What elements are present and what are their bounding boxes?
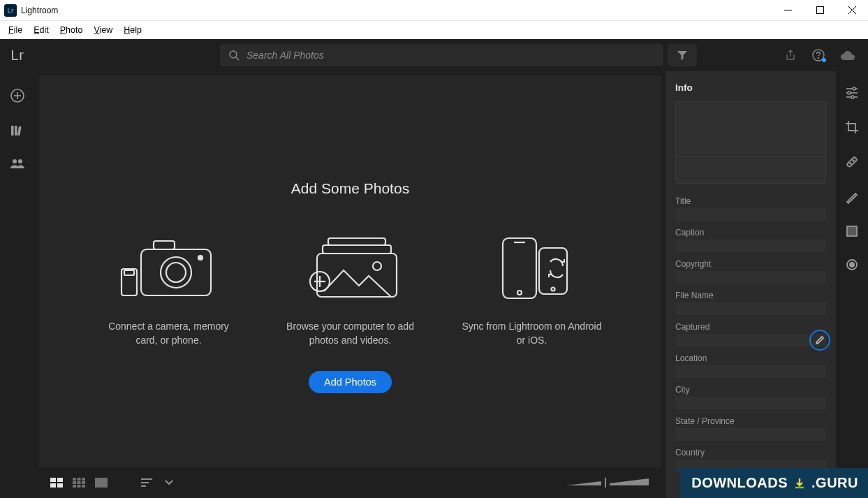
notification-dot xyxy=(822,58,826,62)
svg-line-5 xyxy=(236,57,239,60)
menu-help[interactable]: Help xyxy=(118,24,147,36)
svg-rect-65 xyxy=(848,227,856,235)
menu-photo[interactable]: Photo xyxy=(54,24,89,36)
filter-button[interactable] xyxy=(668,44,697,66)
add-photos-button[interactable]: Add Photos xyxy=(309,371,392,393)
app-topbar: Lr Search All Photos xyxy=(0,39,868,71)
thumbnail-size-slider[interactable] xyxy=(566,476,650,490)
info-preview-box xyxy=(675,101,826,184)
funnel-icon xyxy=(677,50,688,61)
window-maximize-button[interactable] xyxy=(804,0,836,21)
window-minimize-button[interactable] xyxy=(772,0,804,21)
svg-point-4 xyxy=(230,51,237,58)
single-icon xyxy=(95,478,108,488)
brush-button[interactable] xyxy=(845,190,859,207)
window-close-button[interactable] xyxy=(836,0,868,21)
field-label-city: City xyxy=(675,385,826,395)
svg-point-20 xyxy=(198,256,203,260)
svg-rect-43 xyxy=(78,481,81,484)
info-panel-title: Info xyxy=(675,82,826,93)
svg-point-63 xyxy=(853,160,854,161)
healing-button[interactable] xyxy=(845,155,859,172)
main-canvas: Add Some Photos xyxy=(39,75,661,467)
bandage-icon xyxy=(845,155,859,169)
svg-rect-37 xyxy=(50,483,56,488)
svg-rect-36 xyxy=(57,478,63,482)
info-panel: Info Title Caption Copyright File Name C… xyxy=(665,71,836,498)
help-button[interactable] xyxy=(812,49,825,61)
svg-point-67 xyxy=(850,263,854,267)
svg-rect-48 xyxy=(95,478,108,488)
menu-edit[interactable]: Edit xyxy=(28,24,54,36)
svg-rect-44 xyxy=(82,481,85,484)
radial-gradient-button[interactable] xyxy=(846,258,858,274)
field-input-captured[interactable] xyxy=(675,334,826,346)
field-input-location[interactable] xyxy=(675,365,826,378)
share-button[interactable] xyxy=(784,49,797,61)
card-sync-mobile: Sync from Lightroom on Android or iOS. xyxy=(462,225,602,347)
field-label-title: Title xyxy=(675,196,826,206)
svg-rect-12 xyxy=(15,126,17,136)
svg-rect-45 xyxy=(73,485,76,488)
library-icon xyxy=(10,124,24,137)
watermark-text-left: DOWNLOADS xyxy=(691,475,788,491)
edit-captured-button[interactable] xyxy=(809,330,830,351)
grid-small-icon xyxy=(73,478,85,488)
crop-button[interactable] xyxy=(845,120,859,137)
svg-point-34 xyxy=(551,288,554,291)
phone-sync-icon xyxy=(483,235,581,302)
svg-rect-41 xyxy=(82,478,85,481)
people-icon xyxy=(10,158,25,169)
field-input-state[interactable] xyxy=(675,428,826,441)
field-input-filename[interactable] xyxy=(675,302,826,315)
add-photos-rail-button[interactable] xyxy=(10,88,25,106)
lightroom-logo[interactable]: Lr xyxy=(0,47,35,64)
cloud-sync-button[interactable] xyxy=(840,50,855,61)
watermark-text-right: .GURU xyxy=(811,475,858,491)
svg-point-62 xyxy=(850,163,851,164)
card-caption: Browse your computer to add photos and v… xyxy=(281,320,420,347)
search-input[interactable]: Search All Photos xyxy=(220,44,663,66)
svg-rect-23 xyxy=(328,238,385,245)
library-rail-button[interactable] xyxy=(10,124,24,140)
field-label-location: Location xyxy=(675,353,826,363)
field-input-copyright[interactable] xyxy=(675,271,826,284)
download-arrow-icon xyxy=(793,477,806,490)
svg-rect-47 xyxy=(82,485,85,488)
card-caption: Connect a camera, memory card, or phone. xyxy=(99,320,239,347)
crop-icon xyxy=(845,120,859,134)
menu-file[interactable]: File xyxy=(3,24,28,36)
sort-icon xyxy=(141,478,155,488)
field-input-caption[interactable] xyxy=(675,240,826,252)
field-input-title[interactable] xyxy=(675,208,826,221)
single-view-button[interactable] xyxy=(95,478,108,488)
svg-rect-24 xyxy=(323,245,391,254)
edit-sliders-button[interactable] xyxy=(845,87,859,102)
svg-rect-61 xyxy=(846,156,858,168)
svg-rect-17 xyxy=(154,241,175,249)
app-icon: Lr xyxy=(4,4,17,17)
left-rail xyxy=(0,71,35,498)
linear-gradient-button[interactable] xyxy=(846,225,858,240)
field-label-filename: File Name xyxy=(675,291,826,300)
camera-icon xyxy=(120,235,218,302)
svg-rect-11 xyxy=(11,126,14,136)
grid-small-button[interactable] xyxy=(73,478,85,488)
sort-dropdown[interactable] xyxy=(165,480,173,485)
svg-rect-39 xyxy=(73,478,76,481)
card-browse-computer: Browse your computer to add photos and v… xyxy=(281,225,420,347)
sort-button[interactable] xyxy=(141,478,155,488)
field-label-state: State / Province xyxy=(675,416,826,426)
people-rail-button[interactable] xyxy=(10,158,25,172)
grid-view-button[interactable] xyxy=(50,478,63,488)
field-label-copyright: Copyright xyxy=(675,259,826,269)
field-input-city[interactable] xyxy=(675,397,826,409)
cloud-icon xyxy=(840,50,855,61)
svg-rect-42 xyxy=(73,481,76,484)
chevron-down-icon xyxy=(165,480,173,485)
svg-point-18 xyxy=(161,257,191,288)
field-label-country: Country xyxy=(675,448,826,457)
svg-rect-53 xyxy=(605,478,606,488)
menu-view[interactable]: View xyxy=(88,24,118,36)
svg-rect-38 xyxy=(57,483,63,488)
